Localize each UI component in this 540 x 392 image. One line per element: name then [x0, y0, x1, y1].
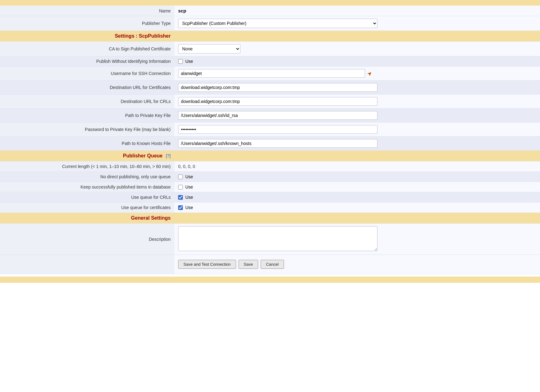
ca-select[interactable]: None [178, 44, 240, 54]
queue-certs-row: Use queue for certificates Use [0, 203, 540, 213]
no-direct-row: No direct publishing, only use queue Use [0, 172, 540, 182]
queue-certs-check-label: Use [185, 205, 193, 210]
publisher-queue-section-header: Publisher Queue [?] [0, 151, 540, 161]
buttons-container: Save and Test Connection Save Cancel [178, 257, 536, 271]
known-hosts-row: Path to Known Hosts File [0, 137, 540, 151]
description-row: Description [0, 224, 540, 255]
description-textarea[interactable] [178, 226, 377, 251]
known-hosts-input[interactable] [178, 139, 377, 148]
scp-settings-section-header: Settings : ScpPublisher [0, 31, 540, 42]
bottom-bar [0, 277, 540, 283]
name-row: Name scp [0, 6, 540, 16]
ca-label: CA to Sign Published Certificate [0, 42, 174, 56]
ca-sign-row: CA to Sign Published Certificate None [0, 42, 540, 56]
keep-successful-value-cell: Use [174, 182, 540, 192]
description-label: Description [0, 224, 174, 255]
buttons-label-empty [0, 255, 174, 274]
known-hosts-value-cell [174, 137, 540, 151]
queue-certs-label: Use queue for certificates [0, 203, 174, 213]
dest-certs-value-cell [174, 81, 540, 95]
no-direct-label: No direct publishing, only use queue [0, 172, 174, 182]
publish-without-value-cell: Use [174, 56, 540, 67]
publisher-type-value-cell: ScpPublisher (Custom Publisher) [174, 16, 540, 31]
password-input[interactable] [178, 125, 377, 134]
publisher-type-row: Publisher Type ScpPublisher (Custom Publ… [0, 16, 540, 31]
queue-certs-value-cell: Use [174, 203, 540, 213]
keep-successful-check-label: Use [185, 184, 193, 189]
username-label: Username for SSH Connection [0, 67, 174, 81]
buttons-value-cell: Save and Test Connection Save Cancel [174, 255, 540, 274]
dest-certs-input[interactable] [178, 83, 377, 92]
publisher-queue-title-text: Publisher Queue [123, 153, 163, 158]
private-key-row: Path to Private Key File [0, 109, 540, 123]
ca-value-cell: None [174, 42, 540, 56]
dest-certs-row: Destination URL for Certificates [0, 81, 540, 95]
current-length-value-cell: 0, 0, 0, 0 [174, 161, 540, 172]
general-settings-section-header: General Settings [0, 213, 540, 224]
no-direct-value-cell: Use [174, 172, 540, 182]
name-value: scp [178, 8, 186, 13]
password-label: Password to Private Key File (may be bla… [0, 123, 174, 137]
publisher-queue-title: Publisher Queue [?] [0, 151, 174, 161]
private-key-input[interactable] [178, 111, 377, 120]
save-button[interactable]: Save [239, 260, 258, 269]
ssh-icon[interactable]: ➤ [366, 69, 374, 77]
username-input[interactable] [178, 69, 365, 78]
dest-certs-label: Destination URL for Certificates [0, 81, 174, 95]
keep-successful-checkbox[interactable] [178, 185, 183, 189]
no-direct-check-label: Use [185, 174, 193, 179]
name-value-cell: scp [174, 6, 540, 16]
private-key-label: Path to Private Key File [0, 109, 174, 123]
known-hosts-label: Path to Known Hosts File [0, 137, 174, 151]
dest-crls-input[interactable] [178, 97, 377, 106]
keep-successful-row: Keep successfully published items in dat… [0, 182, 540, 192]
publisher-type-select[interactable]: ScpPublisher (Custom Publisher) [178, 19, 377, 28]
publish-without-check-label: Use [185, 59, 193, 64]
scp-settings-title: Settings : ScpPublisher [0, 31, 174, 42]
dest-crls-row: Destination URL for CRLs [0, 95, 540, 109]
username-row: Username for SSH Connection ➤ [0, 67, 540, 81]
save-and-test-button[interactable]: Save and Test Connection [178, 260, 236, 269]
password-value-cell [174, 123, 540, 137]
current-length-row: Current length (< 1 min, 1–10 min, 10–60… [0, 161, 540, 172]
publisher-queue-help-link[interactable]: [?] [166, 153, 171, 158]
queue-crls-row: Use queue for CRLs Use [0, 192, 540, 203]
queue-certs-checkbox[interactable] [178, 205, 183, 210]
no-direct-checkbox[interactable] [178, 175, 183, 179]
scp-settings-title-empty [174, 31, 540, 42]
general-settings-title: General Settings [0, 213, 174, 224]
username-value-cell: ➤ [174, 67, 540, 81]
general-settings-title-empty [174, 213, 540, 224]
publisher-type-label: Publisher Type [0, 16, 174, 31]
publish-without-row: Publish Without Identifying Information … [0, 56, 540, 67]
current-length-value: 0, 0, 0, 0 [178, 164, 195, 169]
password-row: Password to Private Key File (may be bla… [0, 123, 540, 137]
publisher-queue-title-empty [174, 151, 540, 161]
dest-crls-label: Destination URL for CRLs [0, 95, 174, 109]
form-table: Name scp Publisher Type ScpPublisher (Cu… [0, 6, 540, 274]
queue-crls-value-cell: Use [174, 192, 540, 203]
dest-crls-value-cell [174, 95, 540, 109]
buttons-row-tr: Save and Test Connection Save Cancel [0, 255, 540, 274]
publish-without-label: Publish Without Identifying Information [0, 56, 174, 67]
current-length-label: Current length (< 1 min, 1–10 min, 10–60… [0, 161, 174, 172]
keep-successful-label: Keep successfully published items in dat… [0, 182, 174, 192]
queue-crls-check-label: Use [185, 195, 193, 200]
description-value-cell [174, 224, 540, 255]
private-key-value-cell [174, 109, 540, 123]
queue-crls-checkbox[interactable] [178, 195, 183, 200]
top-bar [0, 0, 540, 6]
name-label: Name [0, 6, 174, 16]
queue-crls-label: Use queue for CRLs [0, 192, 174, 203]
publish-without-checkbox[interactable] [178, 59, 183, 64]
cancel-button[interactable]: Cancel [261, 260, 284, 269]
